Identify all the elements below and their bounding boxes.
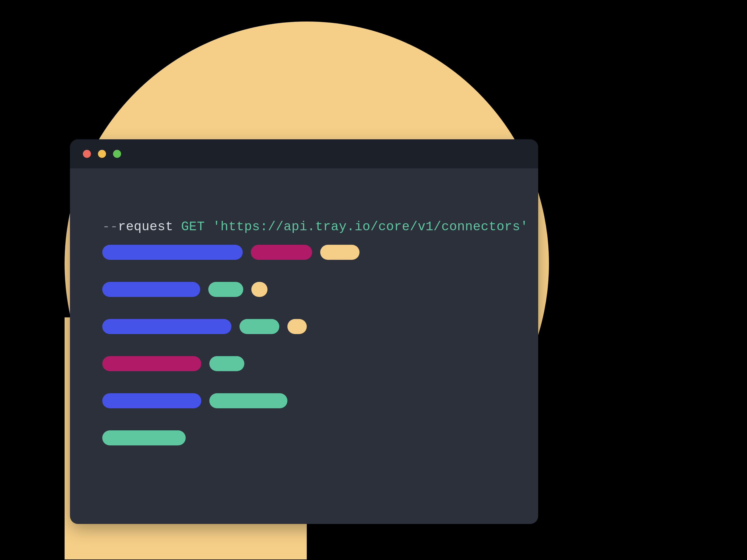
code-placeholder-token bbox=[251, 282, 267, 297]
terminal-window: --request GET 'https://api.tray.io/core/… bbox=[70, 139, 538, 524]
request-url: 'https://api.tray.io/core/v1/connectors' bbox=[212, 219, 528, 234]
flag-dash: -- bbox=[102, 219, 118, 234]
code-placeholder-line bbox=[102, 393, 506, 408]
maximize-icon[interactable] bbox=[113, 150, 121, 158]
code-placeholder-line bbox=[102, 430, 506, 446]
code-placeholder-line bbox=[102, 245, 506, 260]
terminal-body: --request GET 'https://api.tray.io/core/… bbox=[70, 168, 538, 489]
minimize-icon[interactable] bbox=[98, 150, 106, 158]
code-placeholder-token bbox=[251, 245, 312, 260]
code-placeholder-block bbox=[102, 245, 506, 446]
code-placeholder-token bbox=[209, 393, 287, 408]
code-placeholder-token bbox=[287, 319, 307, 334]
code-placeholder-token bbox=[209, 356, 244, 371]
code-placeholder-token bbox=[102, 356, 201, 371]
code-placeholder-line bbox=[102, 319, 506, 334]
code-placeholder-token bbox=[102, 245, 243, 260]
http-method: GET bbox=[181, 219, 205, 234]
code-placeholder-token bbox=[208, 282, 243, 297]
close-icon[interactable] bbox=[83, 150, 91, 158]
window-title-bar bbox=[70, 139, 538, 168]
code-placeholder-token bbox=[102, 319, 231, 334]
code-placeholder-token bbox=[102, 282, 200, 297]
code-placeholder-token bbox=[102, 393, 201, 408]
code-line: --request GET 'https://api.tray.io/core/… bbox=[102, 219, 506, 234]
code-placeholder-token bbox=[320, 245, 360, 260]
flag-request: request bbox=[118, 219, 173, 234]
code-placeholder-token bbox=[102, 430, 186, 446]
code-placeholder-line bbox=[102, 356, 506, 371]
code-placeholder-token bbox=[239, 319, 279, 334]
code-placeholder-line bbox=[102, 282, 506, 297]
